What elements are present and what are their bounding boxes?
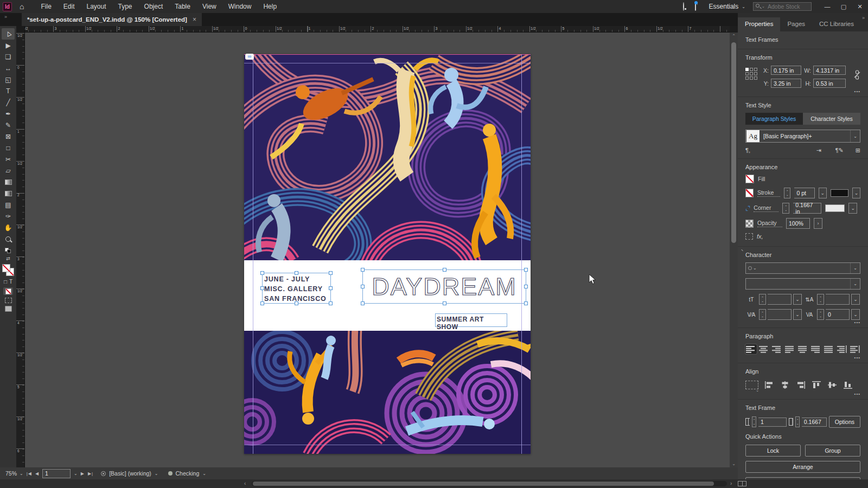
content-collector-tool[interactable]: ◱ — [2, 74, 15, 85]
share-button[interactable] — [695, 3, 696, 10]
selection-handle[interactable] — [361, 268, 365, 272]
stroke-style-swatch[interactable] — [831, 189, 848, 197]
close-button[interactable]: ✕ — [852, 0, 868, 13]
apply-gradient-icon[interactable] — [5, 298, 12, 303]
preflight-icon[interactable] — [101, 471, 106, 476]
lock-button[interactable]: Lock — [745, 445, 801, 457]
rectangle-tool[interactable]: □ — [2, 142, 15, 153]
new-style-icon[interactable]: ⊞ — [856, 147, 860, 154]
columns-stepper[interactable]: ⌃⌄ — [752, 416, 756, 427]
more-options-icon[interactable]: ••• — [854, 89, 860, 94]
default-fill-stroke-icon[interactable] — [5, 248, 11, 253]
formatting-text-icon[interactable]: T — [9, 279, 12, 285]
chevron-down-icon[interactable]: ⌄ — [793, 309, 802, 320]
selection-handle[interactable] — [361, 285, 365, 288]
selection-handle[interactable] — [524, 268, 528, 272]
chevron-down-icon[interactable]: ⌄ — [850, 130, 860, 142]
selection-handle[interactable] — [260, 286, 264, 290]
opacity-flyout-icon[interactable]: › — [814, 218, 822, 229]
gap-tool[interactable]: ↔ — [2, 62, 15, 74]
pen-tool[interactable]: ✒ — [2, 108, 15, 119]
direct-selection-tool[interactable]: ▶ — [2, 40, 15, 51]
leading-value[interactable] — [826, 294, 850, 305]
text-frame-options-button[interactable]: Options — [829, 416, 860, 428]
font-size-stepper[interactable]: ⌃⌄ — [759, 294, 766, 305]
menu-item[interactable]: File — [35, 0, 57, 13]
menu-item[interactable]: Help — [257, 0, 283, 13]
chevron-down-icon[interactable]: ⌄ — [851, 309, 860, 320]
align-away-spine-button[interactable] — [849, 344, 860, 354]
hand-tool[interactable]: ✋ — [2, 222, 15, 233]
title-text-frame[interactable]: DAYDREAM — [362, 269, 526, 304]
selection-handle[interactable] — [443, 268, 446, 272]
previous-page-button[interactable]: ◀ — [35, 471, 39, 476]
corner-label[interactable]: Corner — [754, 204, 778, 212]
scroll-left-icon[interactable]: ‹ — [244, 479, 246, 487]
panel-tab[interactable]: CC Libraries — [812, 17, 861, 31]
stroke-swatch[interactable] — [745, 189, 754, 197]
spread-view-icon[interactable] — [738, 481, 746, 486]
swap-fill-stroke-icon[interactable]: ⇄ — [6, 256, 10, 261]
selection-handle[interactable] — [524, 301, 528, 305]
tracking-stepper[interactable]: ⌃⌄ — [817, 309, 824, 320]
menu-item[interactable]: Window — [222, 0, 258, 13]
kerning-stepper[interactable]: ⌃⌄ — [759, 309, 766, 320]
apply-none-button[interactable] — [3, 287, 13, 295]
more-options-icon[interactable]: ••• — [854, 391, 860, 396]
free-transform-tool[interactable]: ▱ — [2, 165, 15, 176]
frame-tool[interactable]: ⊠ — [2, 131, 15, 142]
menu-item[interactable]: View — [196, 0, 222, 13]
menu-item[interactable]: Object — [138, 0, 169, 13]
selection-tool[interactable]: ▷ — [2, 28, 15, 40]
document-page[interactable]: JUNE - JULY MISC. GALLERY SAN FRANCISCO … — [244, 54, 531, 454]
pasteboard[interactable]: JUNE - JULY MISC. GALLERY SAN FRANCISCO … — [25, 33, 730, 467]
first-page-button[interactable]: |◀ — [27, 471, 32, 476]
fx-label[interactable]: fx, — [757, 233, 763, 240]
height-field[interactable] — [813, 79, 846, 88]
horizontal-ruler[interactable]: 1/231/221/211/201/211/221/231/241/251/26… — [16, 26, 730, 33]
redefine-style-icon[interactable]: ⇥ — [816, 147, 821, 154]
fill-swatch[interactable] — [2, 264, 10, 272]
workspace-switcher[interactable]: Essentials ⌄ — [709, 3, 745, 10]
vertical-scroll-thumb[interactable] — [731, 42, 736, 243]
gutter-field[interactable] — [802, 418, 827, 427]
subtitle-text-frame[interactable]: SUMMER ART SHOW — [435, 313, 507, 327]
stroke-weight-stepper[interactable]: ⌃⌄ — [784, 188, 790, 198]
kerning-value[interactable] — [768, 309, 792, 320]
leading-stepper[interactable]: ⌃⌄ — [817, 294, 824, 305]
font-size-value[interactable] — [768, 294, 792, 305]
page-number-field[interactable] — [42, 469, 71, 478]
menu-item[interactable]: Edit — [58, 0, 81, 13]
more-options-icon[interactable]: ••• — [854, 355, 860, 360]
chevron-down-icon[interactable]: ⌄ — [155, 471, 158, 476]
type-tool[interactable]: T — [2, 85, 15, 97]
gradient-tool[interactable] — [2, 176, 15, 188]
justify-right-button[interactable] — [810, 344, 821, 354]
align-center-button[interactable] — [758, 344, 770, 354]
chevron-down-icon[interactable]: ⌄ — [74, 471, 78, 476]
columns-field[interactable] — [758, 418, 787, 427]
ruler-corner[interactable] — [16, 26, 25, 33]
character-styles-tab[interactable]: Character Styles — [803, 113, 860, 125]
group-button[interactable]: Group — [805, 445, 860, 457]
constrain-proportions-icon[interactable] — [854, 70, 860, 80]
more-options-icon[interactable]: ••• — [854, 320, 860, 325]
align-horizontal-left-button[interactable] — [762, 380, 776, 390]
edit-style-icon[interactable]: ¶✎ — [835, 147, 844, 154]
selection-handle[interactable] — [443, 301, 446, 305]
scissors-tool[interactable]: ✂ — [2, 153, 15, 165]
font-family-dropdown[interactable]: ⌄ ⌄ — [745, 262, 860, 274]
zoom-tool[interactable] — [2, 233, 15, 245]
menu-item[interactable]: Table — [169, 0, 196, 13]
zoom-level-control[interactable]: 75% ⌄ — [5, 470, 23, 477]
reference-point-proxy[interactable] — [745, 68, 757, 80]
chevron-down-icon[interactable]: ⌄ — [819, 188, 827, 198]
stroke-weight-value[interactable]: 0 pt — [794, 188, 815, 198]
align-left-button[interactable] — [745, 344, 757, 354]
x-field[interactable] — [771, 66, 801, 75]
paragraph-styles-tab[interactable]: Paragraph Styles — [745, 113, 803, 125]
corner-style-swatch[interactable] — [825, 204, 845, 212]
minimize-button[interactable]: — — [819, 0, 835, 13]
selection-handle[interactable] — [329, 286, 333, 290]
chevron-down-icon[interactable]: ⌄ — [202, 471, 206, 476]
